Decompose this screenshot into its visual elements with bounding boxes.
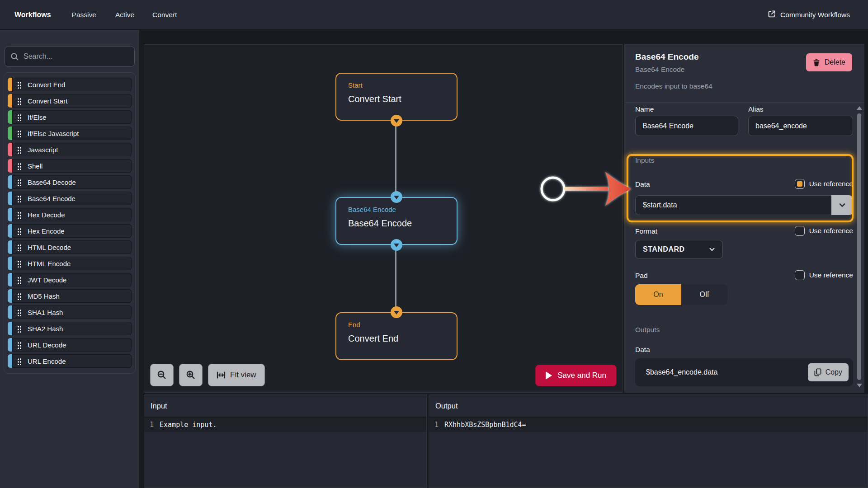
- scroll-up-arrow-icon[interactable]: [857, 103, 862, 110]
- use-reference-checkbox[interactable]: [795, 270, 805, 280]
- search-field[interactable]: [5, 46, 135, 67]
- node-name-label: Base64 Encode: [348, 218, 457, 229]
- output-handle[interactable]: [391, 239, 402, 251]
- palette-item[interactable]: Javascript: [8, 143, 132, 156]
- palette-item[interactable]: If/Else Javascript: [8, 127, 132, 140]
- nav-item-passive[interactable]: Passive: [72, 11, 96, 19]
- palette-item[interactable]: Hex Decode: [8, 208, 132, 221]
- format-select[interactable]: STANDARD: [635, 240, 723, 259]
- fit-view-label: Fit view: [230, 371, 256, 380]
- line-number: 1: [434, 421, 439, 429]
- palette-item[interactable]: Convert End: [8, 78, 132, 91]
- edge-encode-to-end: [395, 247, 396, 313]
- node-name-label: Convert End: [348, 333, 457, 344]
- palette-item[interactable]: Base64 Decode: [8, 175, 132, 189]
- alias-field[interactable]: [748, 116, 853, 136]
- palette-item-label: URL Encode: [28, 357, 66, 365]
- drag-handle-icon: [17, 357, 22, 365]
- use-reference-label: Use reference: [809, 271, 853, 279]
- format-use-reference: Use reference: [795, 226, 853, 236]
- canvas-controls: Fit view: [150, 364, 265, 386]
- palette-item-label: Hex Decode: [28, 211, 65, 219]
- palette-item[interactable]: Convert Start: [8, 94, 132, 108]
- trash-icon: [813, 58, 820, 66]
- workflow-canvas[interactable]: Start Convert Start Base64 Encode Base64…: [144, 44, 623, 393]
- input-handle[interactable]: [391, 306, 402, 318]
- palette-item[interactable]: HTML Encode: [8, 257, 132, 270]
- palette-item[interactable]: If/Else: [8, 110, 132, 124]
- fit-view-button[interactable]: Fit view: [208, 364, 265, 386]
- drag-handle-icon: [17, 178, 22, 186]
- use-reference-checkbox[interactable]: [795, 179, 805, 189]
- output-editor-line[interactable]: 1 RXhhbXBsZSBpbnB1dC4=: [429, 418, 868, 432]
- name-field[interactable]: [635, 116, 738, 136]
- node-type-label: Base64 Encode: [348, 206, 457, 213]
- input-editor-panel: Input 1 Example input.: [144, 394, 427, 488]
- node-palette-sidebar: Convert EndConvert StartIf/ElseIf/Else J…: [0, 30, 139, 488]
- zoom-out-button[interactable]: [150, 364, 174, 386]
- palette-item[interactable]: JWT Decode: [8, 273, 132, 286]
- checkbox-fill: [797, 228, 802, 234]
- drag-handle-icon: [17, 309, 22, 316]
- use-reference-label: Use reference: [809, 227, 853, 235]
- inspector-scrollbar[interactable]: [856, 103, 863, 390]
- scroll-down-arrow-icon[interactable]: [857, 384, 862, 390]
- pad-on-option[interactable]: On: [635, 284, 681, 305]
- play-icon: [546, 371, 552, 380]
- node-convert-start[interactable]: Start Convert Start: [335, 73, 458, 121]
- palette-item[interactable]: URL Encode: [8, 354, 132, 368]
- search-input[interactable]: [24, 52, 129, 61]
- drag-handle-icon: [17, 113, 22, 121]
- data-reference-field[interactable]: $start.data: [635, 195, 831, 215]
- pad-use-reference: Use reference: [795, 270, 853, 280]
- drag-handle-icon: [17, 260, 22, 267]
- name-label: Name: [635, 105, 654, 113]
- scrollbar-thumb[interactable]: [857, 113, 861, 380]
- palette-item[interactable]: MD5 Hash: [8, 289, 132, 303]
- palette-item-label: Convert Start: [28, 97, 67, 105]
- node-type-label: End: [348, 321, 457, 328]
- pad-label: Pad: [635, 272, 648, 280]
- output-editor-panel: Output 1 RXhhbXBsZSBpbnB1dC4=: [429, 394, 868, 488]
- copy-button[interactable]: Copy: [808, 363, 849, 381]
- palette-item[interactable]: SHA1 Hash: [8, 305, 132, 319]
- inputs-heading: Inputs: [635, 156, 654, 164]
- input-handle[interactable]: [391, 191, 402, 203]
- drag-handle-icon: [17, 162, 22, 170]
- palette-item[interactable]: URL Decode: [8, 338, 132, 352]
- pad-off-option[interactable]: Off: [681, 284, 727, 305]
- save-and-run-button[interactable]: Save and Run: [535, 365, 617, 386]
- nav-item-convert[interactable]: Convert: [152, 11, 177, 19]
- palette-item-label: HTML Encode: [28, 260, 71, 267]
- copy-label: Copy: [826, 368, 842, 376]
- drag-handle-icon: [17, 276, 22, 284]
- palette-item-label: HTML Decode: [28, 244, 71, 251]
- delete-button[interactable]: Delete: [806, 53, 852, 71]
- community-workflows-link[interactable]: Community Workflows: [768, 10, 850, 20]
- data-reference-dropdown-button[interactable]: [831, 195, 853, 215]
- node-base64-encode[interactable]: Base64 Encode Base64 Encode: [335, 197, 458, 245]
- checkbox-fill: [797, 272, 802, 278]
- use-reference-checkbox[interactable]: [795, 226, 805, 236]
- palette-item[interactable]: SHA2 Hash: [8, 322, 132, 335]
- output-handle[interactable]: [391, 115, 402, 127]
- zoom-in-button[interactable]: [179, 364, 203, 386]
- palette-item-label: Hex Encode: [28, 227, 65, 235]
- data-label: Data: [635, 180, 650, 188]
- drag-handle-icon: [17, 195, 22, 202]
- node-convert-end[interactable]: End Convert End: [335, 312, 458, 360]
- palette-item-label: URL Decode: [28, 341, 66, 349]
- palette-item[interactable]: Base64 Encode: [8, 192, 132, 205]
- palette-item[interactable]: Hex Encode: [8, 224, 132, 238]
- palette-item[interactable]: HTML Decode: [8, 240, 132, 254]
- palette-item-label: If/Else: [28, 113, 47, 121]
- inspector-subtitle: Base64 Encode: [635, 66, 684, 74]
- inspector-description: Encodes input to base64: [635, 82, 712, 90]
- input-editor-line[interactable]: 1 Example input.: [144, 418, 426, 432]
- search-icon: [10, 52, 19, 61]
- nav-item-workflows[interactable]: Workflows: [14, 11, 51, 19]
- input-text: Example input.: [160, 421, 217, 429]
- delete-label: Delete: [825, 58, 845, 66]
- nav-item-active[interactable]: Active: [115, 11, 134, 19]
- palette-item[interactable]: Shell: [8, 159, 132, 173]
